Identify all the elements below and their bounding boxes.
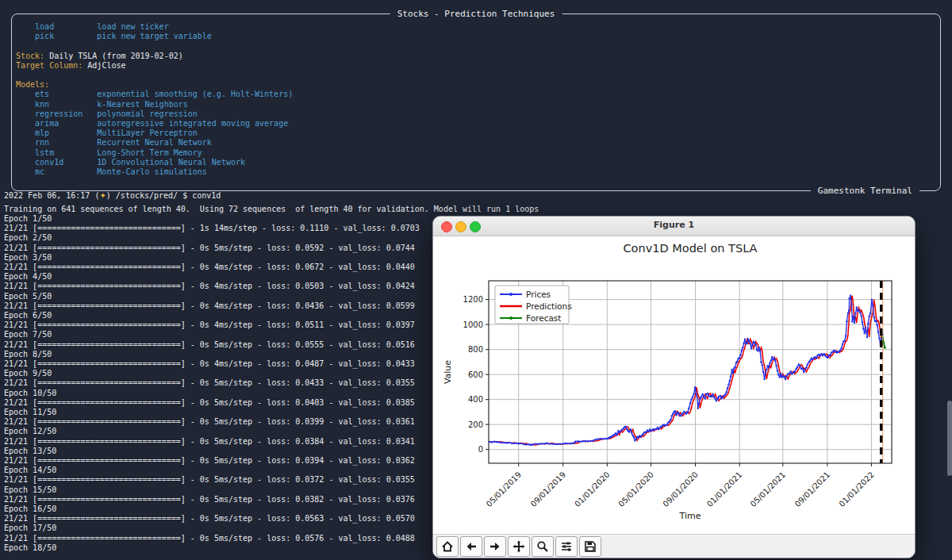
pan-button[interactable] — [508, 536, 530, 557]
forward-button[interactable] — [484, 536, 506, 557]
save-button[interactable] — [579, 536, 601, 557]
svg-text:1000: 1000 — [463, 320, 483, 329]
svg-text:Conv1D Model on TSLA: Conv1D Model on TSLA — [624, 242, 758, 255]
gamestonk-terminal-screen: Stocks - Prediction Techniques Gamestonk… — [0, 0, 952, 560]
svg-text:400: 400 — [468, 395, 483, 404]
terminal-line: conv1d 1D Convolutional Neural Network — [16, 158, 937, 167]
figure-canvas[interactable]: 02004006008001000120005/01/201909/01/201… — [433, 236, 915, 535]
forward-icon — [489, 540, 501, 553]
terminal-line: Target Column: AdjClose — [16, 61, 937, 71]
training-summary-line: Training on 641 sequences of length 40. … — [4, 205, 940, 214]
figure-window: Figure 1 02004006008001000120005/01/2019… — [432, 216, 916, 558]
pan-icon — [512, 540, 525, 553]
terminal-line: mc Monte-Carlo simulations — [16, 167, 937, 177]
svg-text:05/01/2021: 05/01/2021 — [749, 470, 788, 509]
figure-window-title: Figure 1 — [433, 220, 915, 230]
terminal-line — [16, 41, 937, 51]
svg-text:09/01/2020: 09/01/2020 — [661, 470, 700, 509]
terminal-line: Stock: Daily TSLA (from 2019-02-02) — [16, 52, 937, 61]
terminal-line — [16, 71, 937, 80]
sparkle-icon: ✦ — [99, 191, 106, 200]
subplots-icon — [560, 540, 573, 553]
svg-text:1200: 1200 — [463, 295, 483, 304]
terminal-line: mlp MultiLayer Perceptron — [16, 128, 937, 138]
svg-text:Value: Value — [443, 360, 453, 384]
svg-text:Time: Time — [679, 511, 701, 521]
svg-text:09/01/2021: 09/01/2021 — [793, 470, 832, 509]
prompt-command: conv1d — [192, 191, 221, 200]
subplots-button[interactable] — [555, 536, 578, 557]
svg-text:05/01/2020: 05/01/2020 — [616, 470, 655, 509]
zoom-button[interactable] — [532, 536, 554, 557]
figure-toolbar — [433, 534, 915, 558]
svg-text:200: 200 — [468, 420, 483, 429]
terminal-scrollbar-thumb[interactable] — [947, 401, 952, 476]
terminal-line: rnn Recurrent Neural Network — [16, 138, 937, 148]
back-icon — [465, 540, 478, 553]
svg-text:01/01/2021: 01/01/2021 — [705, 470, 744, 509]
menu-box-title: Stocks - Prediction Techniques — [390, 9, 562, 19]
terminal-line: lstm Long-Short Term Memory — [16, 148, 937, 158]
prompt-datetime: 2022 Feb 06, 16:17 ( — [4, 191, 99, 200]
terminal-line: regression polynomial regression — [16, 109, 937, 119]
svg-text:800: 800 — [468, 345, 483, 354]
menu-box: Stocks - Prediction Techniques Gamestonk… — [11, 13, 941, 191]
terminal-line: ets exponential smoothing (e.g. Holt-Win… — [16, 90, 937, 99]
figure-window-titlebar[interactable]: Figure 1 — [433, 217, 915, 236]
svg-text:Prices: Prices — [526, 290, 551, 299]
conv1d-chart: 02004006008001000120005/01/201909/01/201… — [433, 236, 915, 535]
svg-text:01/01/2020: 01/01/2020 — [573, 470, 612, 509]
svg-text:05/01/2019: 05/01/2019 — [485, 470, 524, 509]
svg-text:Predictions: Predictions — [526, 301, 572, 311]
svg-text:0: 0 — [478, 445, 483, 454]
terminal-line: arima autoregressive integrated moving a… — [16, 119, 937, 128]
home-button[interactable] — [436, 536, 459, 557]
back-button[interactable] — [460, 536, 482, 557]
chart-legend: PricesPredictionsForecast — [495, 286, 572, 324]
terminal-line: load load new ticker — [16, 22, 937, 32]
svg-text:09/01/2019: 09/01/2019 — [529, 470, 568, 509]
menu-content: load load new ticker pick pick new targe… — [16, 22, 937, 177]
svg-text:01/01/2022: 01/01/2022 — [837, 470, 876, 509]
zoom-icon — [536, 540, 549, 553]
terminal-line: knn k-Nearest Neighbors — [16, 100, 937, 109]
home-icon — [441, 540, 454, 553]
terminal-line: Models: — [16, 80, 937, 90]
svg-text:Forecast: Forecast — [526, 313, 561, 323]
prompt-path: ) /stocks/pred/ $ — [106, 191, 192, 200]
prompt-line: 2022 Feb 06, 16:17 (✦) /stocks/pred/ $ c… — [4, 191, 940, 201]
terminal-line: pick pick new target variable — [16, 32, 937, 41]
save-icon — [584, 540, 597, 553]
svg-text:600: 600 — [468, 370, 483, 379]
